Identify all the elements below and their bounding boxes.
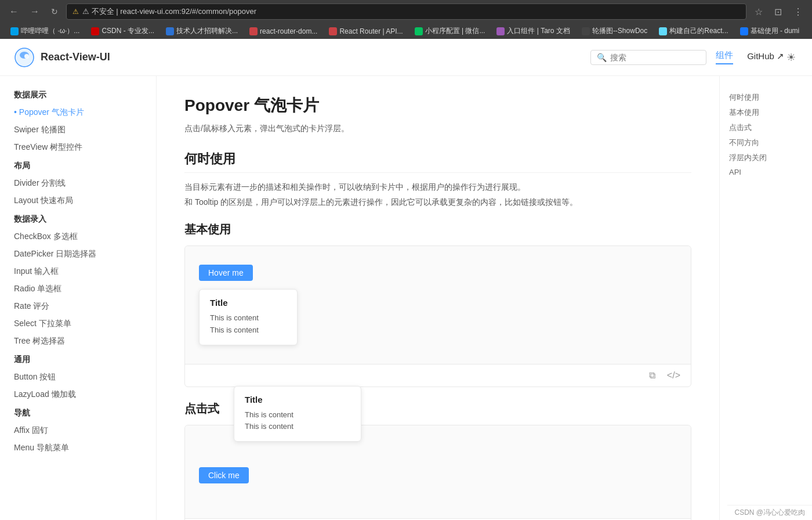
bookmark-taro[interactable]: 入口组件 | Taro 文档 [492, 25, 574, 37]
basic-popover-line-1: This is content [210, 312, 287, 324]
toc-item-directions[interactable]: 不同方向 [729, 135, 803, 150]
svg-point-2 [24, 54, 29, 59]
sidebar-item-datepicker[interactable]: DatePicker 日期选择器 [0, 245, 156, 263]
theme-toggle-button[interactable]: ☀ [784, 49, 798, 66]
sidebar-item-popover[interactable]: Popover 气泡卡片 [0, 104, 156, 121]
basic-use-copy-button[interactable]: ⧉ [646, 369, 659, 382]
logo-area: React-View-UI [14, 47, 130, 68]
sidebar-item-lazyload[interactable]: LazyLoad 懒加载 [0, 386, 156, 403]
bookmark-build-react[interactable]: 构建自己的React... [654, 25, 733, 37]
browser-chrome: ← → ↻ ⚠ ⚠ 不安全 | react-view-ui.com:92/#/c… [0, 0, 812, 39]
section-when-to-use-heading: 何时使用 [184, 150, 691, 173]
security-icon: ⚠ [72, 8, 79, 16]
browser-toolbar: ← → ↻ ⚠ ⚠ 不安全 | react-view-ui.com:92/#/c… [0, 0, 812, 23]
basic-popover-card: Title This is content This is content [199, 289, 298, 345]
bookmark-star-button[interactable]: ☆ [751, 5, 766, 19]
sidebar-item-affix[interactable]: Affix 固钉 [0, 422, 156, 439]
basic-popover-title: Title [210, 298, 287, 308]
bookmark-showdoc[interactable]: 轮播图--ShowDoc [577, 25, 652, 37]
bookmark-bilibili[interactable]: 哔哩哔哩（ ·ω·）... [6, 25, 84, 37]
sidebar-item-rate[interactable]: Rate 评分 [0, 298, 156, 315]
basic-popover-line-2: This is content [210, 324, 287, 337]
sidebar-section-data-display: 数据展示 [0, 85, 156, 104]
bookmark-dumi[interactable]: 基础使用 - dumi [735, 25, 804, 37]
click-mode-demo-inner: Title This is content This is content Cl… [185, 425, 691, 518]
sidebar-item-button[interactable]: Button 按钮 [0, 369, 156, 386]
url-text: ⚠ 不安全 | react-view-ui.com:92/#/common/po… [82, 6, 256, 17]
hover-me-button[interactable]: Hover me [199, 265, 253, 281]
main-layout: 数据展示 Popover 气泡卡片 Swiper 轮播图 TreeView 树型… [0, 76, 812, 520]
sidebar-item-input[interactable]: Input 输入框 [0, 263, 156, 280]
sidebar-item-treeview[interactable]: TreeView 树型控件 [0, 139, 156, 156]
nav-github[interactable]: GitHub ↗ [747, 51, 784, 64]
sidebar-section-form: 数据录入 [0, 210, 156, 228]
url-bar: ⚠ ⚠ 不安全 | react-view-ui.com:92/#/common/… [66, 3, 746, 20]
sidebar-item-layout[interactable]: Layout 快速布局 [0, 192, 156, 210]
nav-components[interactable]: 组件 [716, 50, 733, 64]
sidebar-section-nav: 导航 [0, 403, 156, 422]
toc-item-inner-close[interactable]: 浮层内关闭 [729, 150, 803, 165]
bookmark-csdn[interactable]: CSDN - 专业发... [86, 25, 159, 37]
sidebar-item-menu[interactable]: Menu 导航菜单 [0, 439, 156, 457]
sidebar: 数据展示 Popover 气泡卡片 Swiper 轮播图 TreeView 树型… [0, 76, 157, 520]
basic-use-demo-footer: ⧉ </> [185, 364, 691, 387]
app-header: React-View-UI 🔍 组件 GitHub ↗ ☀ [0, 39, 812, 76]
click-popover-line-1: This is content [245, 409, 350, 421]
search-icon: 🔍 [597, 53, 607, 62]
click-mode-demo-footer: ⊡ ↗ ⧉ </> [185, 518, 691, 520]
bookmark-weixin[interactable]: 小程序配置 | 微信... [410, 25, 490, 37]
url-domain: react-view-ui.com:92/#/common/popover [120, 7, 256, 16]
click-popover-card: Title This is content This is content [234, 386, 361, 442]
forward-button[interactable]: → [27, 5, 43, 18]
content-area: Popover 气泡卡片 点击/鼠标移入元素，弹出气泡式的卡片浮层。 何时使用 … [157, 76, 719, 520]
bookmark-react-router-api[interactable]: React Router | API... [324, 26, 407, 37]
right-toc: 何时使用 基本使用 点击式 不同方向 浮层内关闭 API [719, 76, 812, 520]
click-demo: Title This is content This is content Cl… [199, 444, 677, 483]
basic-use-code-button[interactable]: </> [664, 369, 684, 382]
bottom-attribution: CSDN @冯心心爱吃肉 [727, 505, 812, 520]
sidebar-item-select[interactable]: Select 下拉菜单 [0, 315, 156, 333]
reload-button[interactable]: ↻ [48, 6, 61, 17]
bookmark-recruitment[interactable]: 技术人才招聘解决... [161, 25, 242, 37]
extensions-button[interactable]: ⊡ [771, 5, 785, 19]
toc-item-api[interactable]: API [729, 165, 803, 179]
click-popover-title: Title [245, 395, 350, 405]
sidebar-item-swiper[interactable]: Swiper 轮播图 [0, 121, 156, 139]
back-button[interactable]: ← [6, 5, 22, 18]
bookmarks-bar: 哔哩哔哩（ ·ω·）... CSDN - 专业发... 技术人才招聘解决... … [0, 23, 812, 39]
click-popover-group: Title This is content This is content Cl… [199, 444, 249, 483]
toc-item-click-mode[interactable]: 点击式 [729, 120, 803, 135]
sidebar-item-divider[interactable]: Divider 分割线 [0, 175, 156, 192]
app-wrapper: React-View-UI 🔍 组件 GitHub ↗ ☀ 数据展示 Popov… [0, 39, 812, 520]
sidebar-item-tree[interactable]: Tree 树选择器 [0, 333, 156, 350]
header-nav: 组件 GitHub ↗ [716, 50, 784, 64]
basic-use-demo-wrapper: Hover me Title This is content This is c… [184, 245, 691, 387]
when-to-use-text-2: 和 Tooltip 的区别是，用户可以对浮层上的元素进行操作，因此它可以承载更复… [184, 197, 691, 208]
sidebar-item-radio[interactable]: Radio 单选框 [0, 280, 156, 298]
sidebar-section-layout: 布局 [0, 156, 156, 175]
section-basic-use-heading: 基本使用 [184, 222, 691, 237]
bookmark-react-router-dom[interactable]: react-router-dom... [245, 26, 322, 37]
when-to-use-text-1: 当目标元素有进一步的描述和相关操作时，可以收纳到卡片中，根据用户的操作行为进行展… [184, 182, 691, 193]
more-button[interactable]: ⋮ [790, 5, 806, 19]
logo-text: React-View-UI [41, 51, 110, 63]
sidebar-section-common: 通用 [0, 350, 156, 369]
click-popover-line-2: This is content [245, 421, 350, 433]
basic-use-demo-inner: Hover me Title This is content This is c… [185, 246, 691, 364]
click-me-button[interactable]: Click me [199, 467, 249, 483]
toc-item-when-to-use[interactable]: 何时使用 [729, 90, 803, 105]
search-input[interactable] [610, 53, 700, 62]
click-mode-demo-wrapper: Title This is content This is content Cl… [184, 425, 691, 520]
page-description: 点击/鼠标移入元素，弹出气泡式的卡片浮层。 [184, 124, 691, 134]
hover-demo: Hover me Title This is content This is c… [199, 265, 677, 345]
logo-icon [14, 47, 35, 68]
sidebar-item-checkbox[interactable]: CheckBox 多选框 [0, 228, 156, 245]
search-bar[interactable]: 🔍 [590, 50, 706, 65]
toc-item-basic-use[interactable]: 基本使用 [729, 105, 803, 120]
page-title: Popover 气泡卡片 [184, 95, 691, 117]
